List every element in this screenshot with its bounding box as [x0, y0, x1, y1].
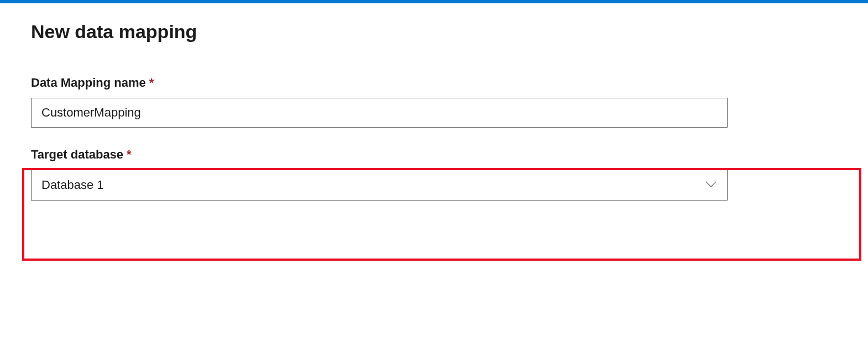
required-asterisk-icon: *	[149, 76, 154, 90]
required-asterisk-icon: *	[127, 147, 132, 162]
label-text: Target database	[31, 147, 123, 162]
target-database-group: Target database * Database 1	[31, 147, 837, 201]
label-text: Data Mapping name	[31, 76, 146, 90]
target-database-selected-value: Database 1	[41, 178, 104, 192]
data-mapping-name-input[interactable]	[31, 98, 728, 128]
data-mapping-name-group: Data Mapping name *	[31, 76, 837, 128]
page-title: New data mapping	[31, 21, 837, 43]
target-database-label: Target database *	[31, 147, 837, 162]
form-content: New data mapping Data Mapping name * Tar…	[0, 3, 868, 201]
data-mapping-name-label: Data Mapping name *	[31, 76, 837, 90]
target-database-select-wrap: Database 1	[31, 170, 728, 201]
target-database-select[interactable]: Database 1	[31, 170, 728, 201]
